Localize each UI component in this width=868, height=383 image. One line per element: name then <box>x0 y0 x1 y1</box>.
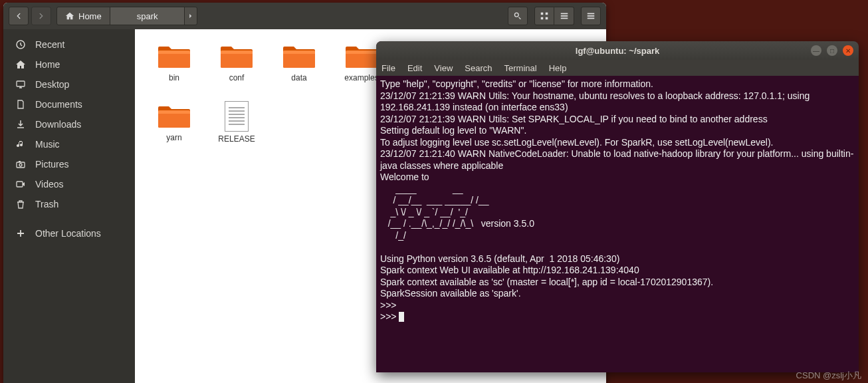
maximize-button[interactable]: □ <box>827 45 837 56</box>
menu-terminal[interactable]: Terminal <box>504 63 537 73</box>
sidebar-item-label: Videos <box>35 179 64 190</box>
svg-rect-4 <box>560 13 568 15</box>
terminal-title: lgf@ubuntu: ~/spark <box>381 46 853 56</box>
document-icon <box>225 101 249 132</box>
file-label: yarn <box>166 133 181 142</box>
breadcrumb: Home spark <box>56 7 197 25</box>
file-item[interactable]: RELEASE <box>207 101 267 161</box>
svg-rect-0 <box>541 13 544 15</box>
svg-rect-9 <box>588 18 595 19</box>
svg-rect-5 <box>560 15 568 17</box>
sidebar-item-label: Home <box>35 59 60 70</box>
minimize-button[interactable]: — <box>811 45 821 56</box>
menu-search[interactable]: Search <box>465 63 492 73</box>
terminal-window: lgf@ubuntu: ~/spark — □ ✕ FileEditViewSe… <box>376 41 859 372</box>
sidebar-item-trash[interactable]: Trash <box>3 194 135 214</box>
sidebar-item-music[interactable]: Music <box>3 134 135 154</box>
plus-icon <box>15 228 26 239</box>
svg-rect-3 <box>546 17 548 20</box>
view-grid-button[interactable] <box>534 7 554 25</box>
svg-rect-6 <box>560 18 568 19</box>
sidebar-item-documents[interactable]: Documents <box>3 94 135 114</box>
breadcrumb-expand[interactable] <box>185 7 197 25</box>
svg-rect-7 <box>588 13 595 15</box>
sidebar-item-label: Music <box>35 139 60 150</box>
file-label: data <box>291 73 306 82</box>
sidebar-item-label: Desktop <box>35 79 69 90</box>
menu-file[interactable]: File <box>381 63 395 73</box>
download-icon <box>15 119 26 130</box>
file-label: RELEASE <box>218 134 255 144</box>
breadcrumb-home[interactable]: Home <box>57 7 110 25</box>
sidebar: RecentHomeDesktopDocumentsDownloadsMusic… <box>3 29 135 383</box>
search-button[interactable] <box>508 7 528 25</box>
file-item[interactable]: yarn <box>144 101 204 161</box>
hamburger-menu-button[interactable] <box>581 7 601 25</box>
desktop-icon <box>15 79 26 90</box>
folder-icon <box>157 101 191 130</box>
file-item[interactable]: bin <box>144 41 204 101</box>
menu-edit[interactable]: Edit <box>407 63 422 73</box>
folder-icon <box>344 41 379 70</box>
folder-icon <box>219 41 254 70</box>
file-label: conf <box>229 73 245 82</box>
svg-rect-8 <box>588 15 595 17</box>
sidebar-item-pictures[interactable]: Pictures <box>3 154 135 174</box>
sidebar-item-label: Documents <box>35 99 82 110</box>
clock-icon <box>15 39 26 50</box>
breadcrumb-home-label: Home <box>78 11 102 21</box>
sidebar-item-label: Trash <box>35 199 58 209</box>
folder-icon <box>282 41 316 70</box>
view-list-button[interactable] <box>554 7 574 25</box>
menu-help[interactable]: Help <box>549 63 567 73</box>
terminal-cursor <box>399 312 404 322</box>
file-label: examples <box>344 73 378 82</box>
back-button[interactable] <box>9 7 29 25</box>
sidebar-item-label: Pictures <box>35 159 69 170</box>
svg-rect-2 <box>541 17 544 20</box>
breadcrumb-current[interactable]: spark <box>110 7 185 25</box>
terminal-titlebar[interactable]: lgf@ubuntu: ~/spark — □ ✕ <box>376 41 859 60</box>
sidebar-item-desktop[interactable]: Desktop <box>3 74 135 94</box>
terminal-output[interactable]: Type "help", "copyright", "credits" or "… <box>376 76 859 372</box>
video-icon <box>15 179 26 190</box>
terminal-menubar: FileEditViewSearchTerminalHelp <box>376 60 859 76</box>
svg-rect-1 <box>546 13 548 15</box>
sidebar-item-label: Downloads <box>35 119 81 130</box>
music-icon <box>15 139 26 150</box>
trash-icon <box>15 199 26 209</box>
toolbar: Home spark <box>3 3 606 29</box>
sidebar-item-downloads[interactable]: Downloads <box>3 114 135 134</box>
sidebar-item-recent[interactable]: Recent <box>3 35 135 55</box>
sidebar-item-home[interactable]: Home <box>3 55 135 74</box>
sidebar-item-videos[interactable]: Videos <box>3 174 135 194</box>
sidebar-item-label: Other Locations <box>35 228 101 239</box>
sidebar-item-label: Recent <box>35 39 64 50</box>
forward-button[interactable] <box>31 7 51 25</box>
file-item[interactable]: conf <box>207 41 267 101</box>
doc-icon <box>15 99 26 110</box>
menu-view[interactable]: View <box>434 63 453 73</box>
file-item[interactable]: data <box>269 41 329 101</box>
camera-icon <box>15 159 26 170</box>
sidebar-item-other-locations[interactable]: Other Locations <box>3 223 135 243</box>
folder-icon <box>157 41 191 70</box>
close-button[interactable]: ✕ <box>843 45 853 56</box>
file-label: bin <box>169 73 179 82</box>
watermark: CSDN @zslj小凡 <box>796 370 861 382</box>
home-icon <box>15 59 26 70</box>
